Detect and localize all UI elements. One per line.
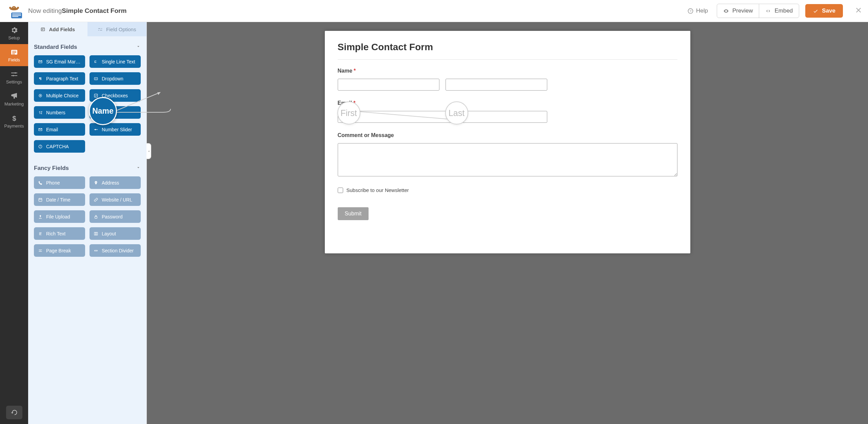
- field-btn-section-divider[interactable]: Section Divider: [90, 244, 141, 257]
- field-btn-captcha[interactable]: ?CAPTCHA: [34, 140, 85, 153]
- field-btn-date-time[interactable]: Date / Time: [34, 193, 85, 206]
- field-btn-label: Checkboxes: [102, 93, 128, 98]
- field-icon: [38, 231, 43, 236]
- help-link[interactable]: ? Help: [683, 4, 713, 18]
- tab-field-options[interactable]: Field Options: [87, 22, 147, 36]
- field-newsletter[interactable]: Subscribe to our Newsletter: [338, 187, 677, 193]
- svg-point-23: [95, 129, 96, 130]
- email-input[interactable]: [338, 111, 547, 123]
- field-btn-address[interactable]: Address: [90, 176, 141, 189]
- sidenav-settings[interactable]: Settings: [0, 66, 28, 88]
- fields-scroll[interactable]: Standard Fields SG Email Market...Single…: [28, 36, 146, 424]
- field-btn-paragraph-text[interactable]: Paragraph Text: [34, 72, 85, 85]
- field-icon: [38, 127, 43, 132]
- field-icon: [38, 110, 43, 115]
- field-email[interactable]: Email*: [338, 100, 677, 123]
- field-btn-multiple-choice[interactable]: Multiple Choice: [34, 89, 85, 102]
- sliders-icon: [10, 70, 18, 78]
- svg-rect-16: [42, 28, 44, 29]
- field-btn-single-line-text[interactable]: Single Line Text: [90, 55, 141, 68]
- field-btn-layout[interactable]: Layout: [90, 227, 141, 240]
- field-btn-sg-email-market-[interactable]: SG Email Market...: [34, 55, 85, 68]
- field-btn-label: Date / Time: [46, 197, 71, 203]
- field-btn-numbers[interactable]: Numbers: [34, 106, 85, 119]
- field-btn-email[interactable]: Email: [34, 123, 85, 136]
- list-icon: [10, 48, 18, 56]
- field-icon: [94, 110, 98, 115]
- field-options-icon: [98, 27, 103, 32]
- comment-textarea[interactable]: [338, 143, 677, 176]
- field-btn-website-url[interactable]: Website / URL: [90, 193, 141, 206]
- field-btn-password[interactable]: Password: [90, 210, 141, 223]
- tab-add-fields[interactable]: Add Fields: [28, 22, 87, 36]
- canvas-wrap: Simple Contact Form Name* Email* Comme: [147, 22, 868, 424]
- field-icon: ?: [38, 144, 43, 149]
- submit-button[interactable]: Submit: [338, 207, 369, 220]
- field-icon: [94, 93, 98, 98]
- eye-icon: [723, 8, 729, 14]
- field-btn-dropdown[interactable]: Dropdown: [90, 72, 141, 85]
- svg-text:?: ?: [690, 9, 692, 13]
- field-comment[interactable]: Comment or Message: [338, 132, 677, 178]
- close-button[interactable]: [854, 6, 863, 16]
- field-icon: [38, 93, 43, 98]
- editing-title: Simple Contact Form: [62, 7, 126, 15]
- sidenav-setup[interactable]: Setup: [0, 22, 28, 44]
- field-label-name: Name*: [338, 68, 677, 74]
- field-btn-label: Paragraph Text: [46, 76, 78, 81]
- field-btn-phone[interactable]: Phone: [34, 176, 85, 189]
- name-last-input[interactable]: [446, 79, 547, 91]
- group-standard-header[interactable]: Standard Fields: [34, 41, 141, 55]
- field-btn-file-upload[interactable]: File Upload: [34, 210, 85, 223]
- field-btn-checkboxes[interactable]: Checkboxes: [90, 89, 141, 102]
- svg-text:?: ?: [40, 145, 41, 148]
- group-fancy-header[interactable]: Fancy Fields: [34, 162, 141, 176]
- field-icon: [94, 214, 98, 219]
- main: Setup Fields Settings Marketing $ Paymen…: [0, 22, 868, 424]
- chevron-left-icon: [147, 150, 151, 153]
- topbar: Now editing Simple Contact Form ? Help P…: [0, 0, 868, 22]
- svg-rect-15: [41, 28, 45, 31]
- svg-rect-17: [42, 30, 43, 30]
- newsletter-checkbox[interactable]: [338, 188, 343, 193]
- save-button[interactable]: Save: [805, 4, 843, 18]
- field-icon: [94, 76, 98, 81]
- history-button[interactable]: [6, 406, 22, 419]
- bullhorn-icon: [10, 92, 18, 100]
- field-btn-label: Website / URL: [102, 197, 132, 203]
- field-btn-rich-text[interactable]: Rich Text: [34, 227, 85, 240]
- form-canvas[interactable]: Simple Contact Form Name* Email* Comme: [325, 31, 690, 253]
- field-btn-label: Layout: [102, 231, 116, 236]
- field-btn-label: Phone: [46, 180, 60, 186]
- embed-button[interactable]: Embed: [759, 4, 799, 18]
- field-btn-page-break[interactable]: Page Break: [34, 244, 85, 257]
- field-icon: [38, 248, 43, 253]
- sidenav-fields[interactable]: Fields: [0, 44, 28, 66]
- logo-wrap: [0, 4, 28, 18]
- field-btn-label: Numbers: [46, 110, 65, 115]
- sidenav-marketing[interactable]: Marketing: [0, 88, 28, 110]
- preview-button[interactable]: Preview: [717, 4, 759, 18]
- sidenav-payments[interactable]: $ Payments: [0, 110, 28, 132]
- name-first-input[interactable]: [338, 79, 439, 91]
- svg-rect-11: [12, 54, 15, 54]
- field-icon: [94, 180, 98, 185]
- newsletter-label: Subscribe to our Newsletter: [347, 187, 409, 193]
- help-icon: ?: [688, 8, 693, 14]
- svg-rect-28: [94, 232, 96, 235]
- field-btn-label: Multiple Choice: [46, 93, 79, 98]
- collapse-panel-button[interactable]: [146, 143, 151, 159]
- field-name[interactable]: Name*: [338, 68, 677, 91]
- field-btn-label: File Upload: [46, 214, 70, 219]
- field-btn-number-slider[interactable]: Number Slider: [90, 123, 141, 136]
- svg-text:$: $: [12, 115, 16, 122]
- field-icon: [38, 197, 43, 202]
- code-icon: [765, 8, 771, 14]
- form-title[interactable]: Simple Contact Form: [338, 42, 677, 60]
- svg-rect-4: [12, 15, 21, 16]
- field-btn-name[interactable]: [90, 106, 141, 119]
- dollar-icon: $: [10, 114, 18, 122]
- svg-point-20: [40, 95, 41, 96]
- field-icon: [94, 231, 98, 236]
- field-icon: [38, 76, 43, 81]
